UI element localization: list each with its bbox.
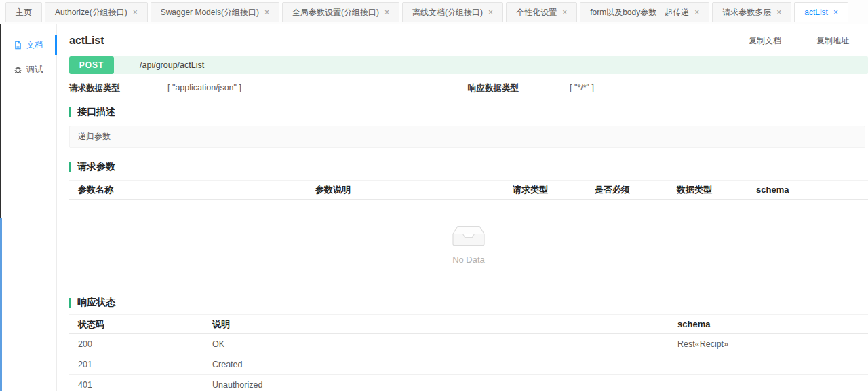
tab-label: 全局参数设置(分组接口) (292, 7, 379, 18)
tab-authorize[interactable]: Authorize(分组接口) × (45, 2, 148, 22)
sidebar-item-label: 调试 (26, 64, 43, 75)
tab-swagger-models[interactable]: Swagger Models(分组接口) × (151, 2, 279, 22)
column-header: 数据类型 (668, 181, 747, 200)
section-request-params-header: 请求参数 (69, 161, 868, 173)
close-icon[interactable]: × (133, 8, 138, 16)
table-row: 201 Created (69, 354, 868, 375)
close-icon[interactable]: × (776, 8, 781, 16)
copy-doc-button[interactable]: 复制文档 (749, 35, 781, 47)
close-icon[interactable]: × (488, 8, 493, 16)
tab-label: actList (804, 7, 828, 17)
tab-label: 个性化设置 (516, 7, 557, 18)
status-code: 200 (69, 334, 203, 354)
column-header: 状态码 (69, 315, 203, 334)
tab-form-body-params[interactable]: form以及body参数一起传递 × (580, 2, 709, 22)
table-row: 401 Unauthorized (69, 375, 868, 391)
status-description: OK (203, 334, 669, 354)
tab-offline-docs[interactable]: 离线文档(分组接口) × (402, 2, 503, 22)
bug-icon (14, 65, 22, 74)
status-code: 201 (69, 354, 203, 375)
content-type-row: 请求数据类型 [ "application/json" ] 响应数据类型 [ "… (69, 83, 868, 94)
table-header-row: 参数名称 参数说明 请求类型 是否必须 数据类型 schema (69, 181, 868, 200)
close-icon[interactable]: × (264, 8, 269, 16)
sidebar-item-label: 文档 (26, 39, 43, 51)
column-header: schema (669, 315, 868, 334)
http-method-badge: POST (69, 56, 114, 74)
section-accent-bar (69, 298, 71, 308)
status-code: 401 (69, 375, 203, 391)
empty-state: No Data (69, 200, 868, 286)
request-params-table: 参数名称 参数说明 请求类型 是否必须 数据类型 schema (69, 180, 868, 200)
column-header: schema (747, 181, 868, 200)
column-header: 是否必须 (586, 181, 668, 200)
empty-state-text: No Data (452, 255, 485, 265)
tab-bar: 主页 Authorize(分组接口) × Swagger Models(分组接口… (0, 0, 868, 24)
column-header: 参数说明 (307, 181, 504, 200)
status-description: Created (203, 354, 669, 375)
tab-label: Swagger Models(分组接口) (161, 7, 259, 18)
left-edge-divider (0, 24, 1, 218)
section-response-status-header: 响应状态 (69, 297, 868, 309)
tab-label: 请求参数多层 (722, 7, 771, 18)
close-icon[interactable]: × (562, 8, 567, 16)
table-header-row: 状态码 说明 schema (69, 315, 868, 334)
sidebar: 文档 调试 (0, 24, 57, 391)
api-doc-panel: actList 复制文档 复制地址 POST /api/group/actLis… (57, 24, 868, 391)
endpoint-path: /api/group/actList (140, 60, 204, 70)
tab-global-params[interactable]: 全局参数设置(分组接口) × (282, 2, 399, 22)
document-icon (14, 41, 22, 50)
tab-request-params-multilayer[interactable]: 请求参数多层 × (712, 2, 791, 22)
section-title: 请求参数 (77, 161, 115, 173)
column-header: 参数名称 (69, 181, 307, 200)
close-icon[interactable]: × (833, 8, 838, 16)
response-type-value: [ "*/*" ] (570, 83, 594, 92)
close-icon[interactable]: × (384, 8, 389, 16)
table-row: 200 OK Rest«Recipt» (69, 334, 868, 354)
response-type-label: 响应数据类型 (468, 83, 519, 94)
sidebar-item-debug[interactable]: 调试 (0, 57, 56, 81)
column-header: 请求类型 (504, 181, 586, 200)
request-type-value: [ "application/json" ] (167, 83, 241, 92)
column-header: 说明 (203, 315, 669, 334)
status-schema: Rest«Recipt» (669, 334, 868, 354)
page-title: actList (69, 35, 104, 47)
section-accent-bar (69, 162, 71, 172)
section-accent-bar (69, 107, 71, 117)
status-description: Unauthorized (203, 375, 669, 391)
section-description-header: 接口描述 (69, 106, 868, 118)
tab-label: 主页 (16, 7, 32, 18)
active-indicator (55, 35, 57, 55)
tab-label: 离线文档(分组接口) (412, 7, 483, 18)
endpoint-bar: POST /api/group/actList (69, 56, 868, 74)
close-icon[interactable]: × (694, 8, 699, 16)
tab-personalization[interactable]: 个性化设置 × (506, 2, 577, 22)
sidebar-item-docs[interactable]: 文档 (0, 33, 56, 57)
tab-home[interactable]: 主页 (5, 2, 42, 22)
scrollbar-thumb[interactable] (0, 218, 2, 391)
tab-label: form以及body参数一起传递 (590, 7, 689, 18)
response-status-table: 状态码 说明 schema 200 OK Rest«Recipt» 201 Cr… (69, 314, 868, 391)
empty-inbox-icon (447, 221, 490, 249)
section-title: 响应状态 (77, 297, 115, 309)
status-schema (669, 375, 868, 391)
tab-actlist[interactable]: actList × (794, 2, 848, 22)
section-title: 接口描述 (77, 106, 115, 118)
description-content: 递归参数 (69, 126, 865, 148)
request-type-label: 请求数据类型 (69, 83, 120, 94)
tab-label: Authorize(分组接口) (55, 7, 127, 18)
status-schema (669, 354, 868, 375)
copy-address-button[interactable]: 复制地址 (816, 35, 849, 47)
